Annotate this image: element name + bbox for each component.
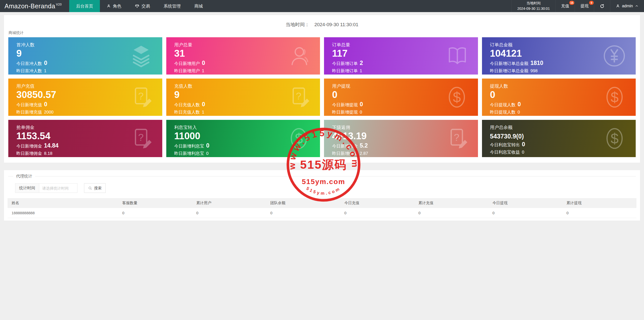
search-button[interactable]: 搜索 <box>84 183 106 193</box>
svg-text:?: ? <box>138 132 144 143</box>
chevron-up-icon <box>635 4 638 8</box>
agent-col-header-2: 客服数量 <box>118 198 192 208</box>
nav-item-3[interactable]: 交易 <box>128 0 157 12</box>
agent-table-body: 188888888880000000 <box>8 208 636 218</box>
card-line-yesterday: 昨日新增用户1 <box>174 68 320 74</box>
stat-card-5: 用户充值30850.57今日新增充值0昨日新增充值2000? <box>8 79 162 116</box>
app-logo: Amazon-BerandaV20 <box>0 0 69 12</box>
dollar-icon: $ <box>602 85 627 109</box>
stat-card-7: 用户提现0今日新增提现0昨日新增提现0$ <box>324 79 478 116</box>
card-line-yesterday: 昨日充值人数1 <box>174 109 320 115</box>
card-line-yesterday: 昨日新增提现0 <box>332 109 478 115</box>
agent-legend-line: 代理统计 <box>8 176 636 182</box>
local-time-block: 当地时间 2024-09-30 11:30:01 <box>511 0 555 12</box>
withdraw-label: 提现 <box>580 4 588 9</box>
agent-filter-row: 统计时间 搜索 <box>15 183 640 193</box>
card-line-yesterday: 昨日提现人数0 <box>490 109 636 115</box>
svg-text:?: ? <box>138 91 144 101</box>
dollar-icon: $ <box>602 126 627 151</box>
table-cell: 0 <box>118 208 192 218</box>
stat-time-input[interactable] <box>39 183 77 193</box>
dollar-icon: $ <box>287 126 311 151</box>
search-icon <box>88 186 92 190</box>
svg-text:?: ? <box>454 132 459 143</box>
stats-cards: 首冲人数9今日首冲人数0昨日首冲人数1用户总量31今日新增用户0昨日新增用户1订… <box>4 37 640 157</box>
nav-item-label: 系统管理 <box>164 3 181 9</box>
nav-item-4[interactable]: 系统管理 <box>157 0 187 12</box>
agent-col-header-6: 累计充值 <box>414 198 488 208</box>
table-cell: 0 <box>488 208 562 218</box>
main-nav: 后台首页角色交易系统管理商城 <box>69 0 210 12</box>
agent-col-header-3: 累计用户 <box>192 198 266 208</box>
withdraw-badge: 0 <box>589 1 594 5</box>
nav-item-2[interactable]: 角色 <box>100 0 128 12</box>
svg-text:$: $ <box>453 89 461 105</box>
local-time-value: 2024-09-30 11:30:01 <box>517 6 550 12</box>
card-line-yesterday: 昨日新增佣金2.87 <box>332 151 478 157</box>
refresh-button[interactable] <box>594 0 610 12</box>
agent-col-header-4: 团队余额 <box>266 198 340 208</box>
layers-icon <box>129 44 153 68</box>
book-icon <box>446 44 469 67</box>
card-line-yesterday: 昨日新增利息宝0 <box>174 151 320 157</box>
card-line-yesterday: 昨日新增订单总金额998 <box>490 68 636 74</box>
yen-icon <box>602 44 627 68</box>
agent-col-header-8: 累计提现 <box>562 198 636 208</box>
nav-item-label: 角色 <box>113 3 121 9</box>
card-line-yesterday: 昨日新增充值2000 <box>16 109 162 115</box>
stat-card-9: 抢单佣金1153.54今日新增佣金14.84昨日新增佣金8.18? <box>8 120 162 157</box>
document-edit-icon: ? <box>288 86 311 109</box>
card-line-yesterday: 昨日新增佣金8.18 <box>16 151 162 157</box>
app-logo-text: Amazon-Beranda <box>5 3 55 10</box>
table-cell: 18888888888 <box>8 208 118 218</box>
agent-table: 姓名客服数量累计用户团队余额今日充值累计充值今日提现累计提现 188888888… <box>8 198 636 218</box>
stat-card-4: 订单总金额104121今日新增订单总金额1810昨日新增订单总金额998 <box>482 37 636 75</box>
stat-card-8: 提现人数0今日提现人数0昨日提现人数0$ <box>482 79 636 116</box>
table-cell: 0 <box>192 208 266 218</box>
stat-card-10: 利息宝转入11000今日新增利息宝0昨日新增利息宝0$ <box>166 120 320 157</box>
svg-text:$: $ <box>611 130 619 147</box>
document-edit-icon: ? <box>446 127 469 150</box>
stat-card-1: 首冲人数9今日首冲人数0昨日首冲人数1 <box>8 37 162 75</box>
user-big-icon <box>288 44 311 67</box>
panel-time-label: 当地时间： <box>286 22 309 27</box>
section-title-shop-stats: 商城统计 <box>9 31 640 35</box>
topbar-right: 当地时间 2024-09-30 11:30:01 充值 15 提现 0 admi… <box>511 0 644 12</box>
user-icon <box>616 4 620 8</box>
document-edit-icon: ? <box>130 127 153 150</box>
stat-card-12: 用户总余额543730.9(0)今日利息宝转出0今日利息宝收益0$ <box>482 120 636 157</box>
agent-legend: 代理统计 <box>13 174 35 178</box>
table-cell: 0 <box>562 208 636 218</box>
recharge-badge: 15 <box>569 1 574 5</box>
card-line-yesterday: 昨日首冲人数1 <box>16 68 162 74</box>
stat-card-3: 订单总量117今日新增订单2昨日新增订单1 <box>324 37 478 75</box>
dollar-icon: $ <box>445 85 469 109</box>
user-name: admin <box>622 4 633 8</box>
withdraw-button[interactable]: 提现 0 <box>575 0 594 12</box>
table-row: 188888888880000000 <box>8 208 636 218</box>
svg-text:?: ? <box>296 91 301 101</box>
top-bar: Amazon-BerandaV20 后台首页角色交易系统管理商城 当地时间 20… <box>0 0 644 12</box>
table-cell: 0 <box>414 208 488 218</box>
agent-col-header-5: 今日充值 <box>340 198 414 208</box>
recharge-button[interactable]: 充值 15 <box>555 0 575 12</box>
table-cell: 0 <box>340 208 414 218</box>
svg-text:$: $ <box>611 89 619 105</box>
nav-item-label: 商城 <box>194 3 203 9</box>
card-line-yesterday: 昨日新增订单1 <box>332 68 478 74</box>
app-logo-version: V20 <box>56 3 62 6</box>
user-menu[interactable]: admin <box>610 0 644 12</box>
panel-time-line: 当地时间： 2024-09-30 11:30:01 <box>4 15 640 27</box>
svg-text:$: $ <box>295 130 303 147</box>
search-button-label: 搜索 <box>94 186 102 191</box>
agent-col-header-7: 今日提现 <box>488 198 562 208</box>
stat-card-6: 充值人数9今日充值人数0昨日充值人数1? <box>166 79 320 116</box>
nav-item-1[interactable]: 后台首页 <box>69 0 100 12</box>
nav-item-5[interactable]: 商城 <box>187 0 210 12</box>
nav-item-label: 交易 <box>141 3 150 9</box>
stat-time-label: 统计时间 <box>15 183 39 193</box>
local-time-label: 当地时间 <box>527 1 541 6</box>
agent-stats-panel: 代理统计 统计时间 搜索 姓名客服数量累计用户团队余额今日充值累计充值今日提现累… <box>4 170 640 221</box>
agent-col-header-1: 姓名 <box>8 198 118 208</box>
refresh-icon <box>600 4 605 9</box>
